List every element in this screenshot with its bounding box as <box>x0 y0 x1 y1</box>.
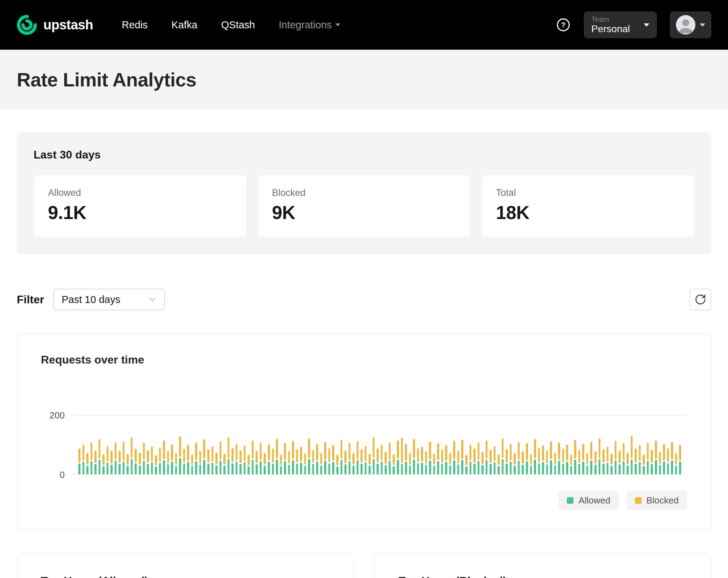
chart-bar <box>151 446 153 474</box>
chart-bar <box>478 443 480 474</box>
chart-bar <box>349 443 351 474</box>
brand[interactable]: upstash <box>17 15 93 35</box>
chart-bar <box>155 455 157 474</box>
chart-bar <box>530 454 532 474</box>
chart-bar <box>199 451 201 474</box>
chart-bar <box>526 443 528 474</box>
chart-bar <box>220 442 222 474</box>
chart-title: Requests over time <box>41 353 687 366</box>
chart-bar <box>248 455 250 474</box>
time-range-select[interactable]: Past 10 days <box>53 289 165 310</box>
chart-bar <box>167 451 169 474</box>
chart-bar <box>272 449 274 474</box>
chart-bar <box>542 445 544 474</box>
chart-bar <box>240 450 242 474</box>
chart-bar <box>361 449 363 474</box>
chart-bar <box>344 451 347 474</box>
chart-y-axis: 200 0 <box>41 391 72 475</box>
chevron-down-icon <box>335 23 340 26</box>
chart-bar <box>611 454 613 474</box>
chart-bar <box>107 446 109 474</box>
chart-bar <box>615 441 617 474</box>
stat-label: Total <box>496 188 680 198</box>
chart-bar <box>147 450 149 474</box>
chart-plot <box>72 391 687 475</box>
chart-bar <box>441 450 443 474</box>
time-range-select-value: Past 10 days <box>62 294 120 305</box>
chart-bar <box>183 449 185 474</box>
chart-bar <box>163 440 165 474</box>
stat-label: Blocked <box>272 188 456 198</box>
nav-item-integrations[interactable]: Integrations <box>279 19 340 31</box>
chart-bar <box>534 439 536 474</box>
chart-bar <box>373 437 375 474</box>
chart-bar <box>207 449 209 474</box>
chart-bar <box>623 443 625 474</box>
legend-item-blocked[interactable]: Blocked <box>627 491 687 510</box>
chart-bar <box>316 444 318 474</box>
refresh-icon <box>694 294 706 305</box>
chart-bar <box>292 441 294 474</box>
chart-bar <box>296 449 298 474</box>
stat-card-allowed: Allowed 9.1K <box>34 175 247 238</box>
chart-bar <box>143 443 145 474</box>
requests-chart-card: Requests over time 200 0 Allowed Blocked <box>17 333 711 530</box>
chart-bar <box>570 454 572 474</box>
chart-bar <box>417 448 419 474</box>
legend-label: Allowed <box>578 495 610 506</box>
chart-bar <box>332 445 334 474</box>
chart-bar <box>518 442 520 474</box>
chart-bar <box>159 447 161 474</box>
chart-bar <box>78 449 80 474</box>
chart-bar <box>635 449 637 474</box>
nav-item-integrations-label: Integrations <box>279 19 332 31</box>
stat-label: Allowed <box>48 188 232 198</box>
chart-bar <box>538 448 540 474</box>
chart-bar <box>365 446 367 474</box>
chart-bar <box>599 438 601 474</box>
legend-item-allowed[interactable]: Allowed <box>558 491 619 510</box>
chart-bar <box>320 453 322 474</box>
chart-bar <box>99 439 101 474</box>
nav-item-qstash[interactable]: QStash <box>221 19 255 31</box>
filter-label: Filter <box>17 293 44 306</box>
help-icon[interactable]: ? <box>556 17 571 32</box>
chart-bar <box>212 446 214 474</box>
chart-bar <box>83 445 85 474</box>
chart-bar <box>655 440 657 474</box>
top-users-allowed-card: Top Users (Allowed) <box>17 554 354 578</box>
chart-bar <box>679 445 681 474</box>
chart-bar <box>231 448 234 474</box>
nav-item-redis[interactable]: Redis <box>122 19 148 31</box>
chart-bar <box>631 436 633 474</box>
chart-bar <box>550 441 552 474</box>
nav-item-kafka[interactable]: Kafka <box>171 19 197 31</box>
legend-label: Blocked <box>647 495 679 506</box>
chart-bar <box>280 454 282 474</box>
chart-bar <box>651 450 653 474</box>
chart-bar <box>663 444 665 474</box>
chart-bar <box>268 444 270 474</box>
gridline-0 <box>72 474 687 475</box>
chart-bar <box>300 447 302 475</box>
chart-bar <box>522 451 524 474</box>
bottom-row: Top Users (Allowed) Top Users (Blocked) <box>17 554 711 578</box>
chevron-down-icon <box>700 23 705 27</box>
chart-bar <box>510 444 512 474</box>
chart-bar <box>276 439 278 474</box>
team-selector[interactable]: Team Personal <box>584 12 657 38</box>
chart-bar <box>437 443 439 474</box>
summary-panel: Last 30 days Allowed 9.1K Blocked 9K Tot… <box>17 132 711 254</box>
chart-bar <box>328 448 330 474</box>
chart-bar <box>494 446 496 474</box>
chart-bar <box>341 440 343 474</box>
chart-bar <box>191 454 193 474</box>
team-selector-value: Personal <box>591 23 630 35</box>
chart-bar <box>139 453 141 474</box>
chart-bar <box>514 453 516 474</box>
chart-bar <box>115 442 117 474</box>
chart-bar <box>397 440 399 474</box>
refresh-button[interactable] <box>690 289 711 310</box>
account-menu[interactable] <box>670 12 711 38</box>
stat-row: Allowed 9.1K Blocked 9K Total 18K <box>34 175 694 238</box>
